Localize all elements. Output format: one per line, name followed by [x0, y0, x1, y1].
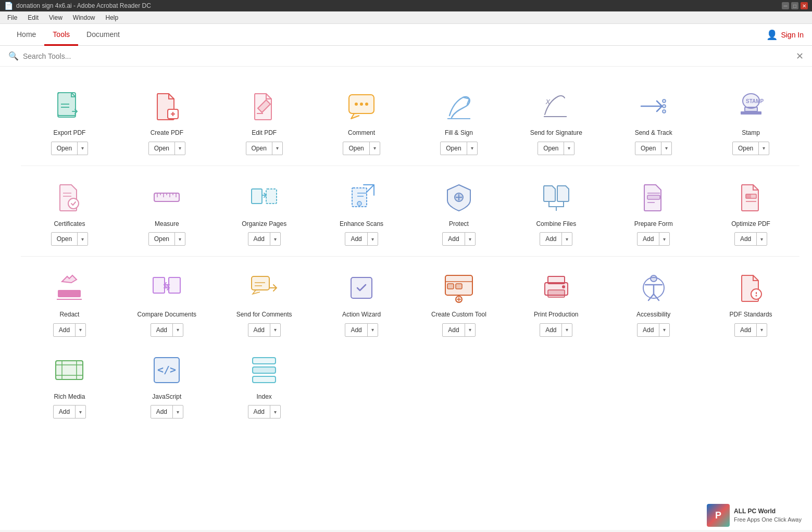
tool-btn-main-send-track[interactable]: Open — [635, 142, 661, 155]
tool-item-pdf-standards: PDF Standards Add ▾ — [702, 261, 799, 343]
tool-btn-arrow-send-signature[interactable]: ▾ — [564, 142, 574, 155]
menu-file[interactable]: File — [2, 11, 22, 24]
tool-btn-arrow-redact[interactable]: ▾ — [75, 324, 85, 336]
svg-point-14 — [663, 99, 666, 103]
tool-btn-group-send-comments: Add ▾ — [248, 323, 281, 337]
tool-name-rich-media: Rich Media — [54, 393, 85, 401]
svg-point-16 — [663, 110, 666, 113]
tool-btn-arrow-enhance-scans[interactable]: ▾ — [367, 233, 378, 245]
watermark: P ALL PC World Free Apps One Click Away — [707, 504, 802, 527]
svg-rect-32 — [252, 189, 262, 204]
tool-name-optimize-pdf: Optimize PDF — [731, 220, 770, 229]
tool-btn-arrow-index[interactable]: ▾ — [270, 406, 280, 418]
search-input[interactable] — [23, 52, 804, 60]
tab-tools[interactable]: Tools — [44, 24, 78, 46]
tool-btn-main-index[interactable]: Add — [248, 406, 270, 418]
tool-btn-main-organize-pages[interactable]: Add — [248, 233, 270, 245]
tool-btn-arrow-optimize-pdf[interactable]: ▾ — [756, 233, 767, 245]
tool-btn-arrow-fill-sign[interactable]: ▾ — [467, 142, 477, 155]
tool-btn-arrow-action-wizard[interactable]: ▾ — [367, 324, 378, 336]
tool-btn-main-compare-documents[interactable]: Add — [151, 324, 172, 336]
tool-btn-arrow-send-track[interactable]: ▾ — [661, 142, 671, 155]
tool-btn-arrow-rich-media[interactable]: ▾ — [75, 406, 85, 418]
menu-window[interactable]: Window — [68, 11, 101, 24]
tool-btn-arrow-certificates[interactable]: ▾ — [77, 233, 88, 245]
tool-btn-arrow-organize-pages[interactable]: ▾ — [270, 233, 280, 245]
tool-btn-arrow-export-pdf[interactable]: ▾ — [77, 142, 88, 155]
tool-btn-group-comment: Open ▾ — [343, 142, 380, 155]
tool-icon-redact — [51, 269, 88, 307]
tool-btn-main-certificates[interactable]: Open — [52, 233, 77, 245]
tool-item-javascript: </> JavaScript Add ▾ — [118, 343, 216, 425]
tool-btn-main-redact[interactable]: Add — [54, 324, 75, 336]
tool-btn-arrow-combine-files[interactable]: ▾ — [561, 233, 572, 245]
tool-btn-main-action-wizard[interactable]: Add — [345, 324, 367, 336]
tool-btn-main-enhance-scans[interactable]: Add — [345, 233, 367, 245]
tool-btn-arrow-create-custom-tool[interactable]: ▾ — [465, 324, 475, 336]
tool-btn-group-accessibility: Add ▾ — [637, 323, 670, 337]
menu-edit[interactable]: Edit — [22, 11, 44, 24]
tool-btn-main-stamp[interactable]: Open — [733, 142, 758, 155]
minimize-button[interactable]: ─ — [782, 2, 789, 9]
tool-btn-main-prepare-form[interactable]: Add — [638, 233, 659, 245]
sign-in-button[interactable]: 👤 Sign In — [766, 24, 804, 45]
tool-btn-main-comment[interactable]: Open — [343, 142, 369, 155]
tool-name-javascript: JavaScript — [152, 393, 181, 401]
svg-rect-77 — [253, 376, 276, 383]
tool-btn-main-accessibility[interactable]: Add — [638, 324, 659, 336]
tool-btn-main-rich-media[interactable]: Add — [54, 406, 75, 418]
tool-btn-group-javascript: Add ▾ — [151, 405, 183, 419]
tool-btn-main-fill-sign[interactable]: Open — [441, 142, 466, 155]
svg-point-63 — [651, 275, 657, 282]
tool-btn-main-optimize-pdf[interactable]: Add — [735, 233, 756, 245]
tool-icon-export-pdf — [51, 87, 88, 125]
maximize-button[interactable]: □ — [791, 2, 798, 9]
tool-btn-arrow-create-pdf[interactable]: ▾ — [174, 142, 185, 155]
tool-btn-arrow-edit-pdf[interactable]: ▾ — [272, 142, 282, 155]
svg-rect-61 — [548, 290, 565, 297]
close-button[interactable]: ✕ — [801, 2, 808, 9]
tool-btn-arrow-javascript[interactable]: ▾ — [172, 406, 183, 418]
tool-btn-arrow-print-production[interactable]: ▾ — [561, 324, 572, 336]
search-close-icon[interactable]: ✕ — [796, 50, 804, 62]
tool-item-combine-files: Combine Files Add ▾ — [507, 170, 605, 252]
tool-btn-main-measure[interactable]: Open — [149, 233, 174, 245]
tool-btn-arrow-compare-documents[interactable]: ▾ — [172, 324, 183, 336]
tool-btn-group-certificates: Open ▾ — [51, 232, 88, 246]
tool-name-compare-documents: Compare Documents — [138, 311, 196, 319]
tab-home[interactable]: Home — [8, 24, 44, 46]
tool-item-rich-media: Rich Media Add ▾ — [21, 343, 118, 425]
tool-btn-main-send-comments[interactable]: Add — [248, 324, 270, 336]
tool-name-stamp: Stamp — [742, 129, 760, 137]
tool-btn-arrow-stamp[interactable]: ▾ — [758, 142, 769, 155]
tool-btn-arrow-comment[interactable]: ▾ — [369, 142, 380, 155]
tool-btn-main-edit-pdf[interactable]: Open — [246, 142, 272, 155]
tool-btn-arrow-measure[interactable]: ▾ — [174, 233, 185, 245]
tool-icon-organize-pages — [245, 179, 283, 216]
svg-rect-50 — [252, 276, 269, 290]
tool-btn-arrow-prepare-form[interactable]: ▾ — [659, 233, 669, 245]
tool-btn-main-javascript[interactable]: Add — [151, 406, 172, 418]
tool-btn-main-create-pdf[interactable]: Open — [149, 142, 174, 155]
svg-text:</>: </> — [157, 363, 176, 376]
tool-name-print-production: Print Production — [534, 311, 578, 319]
svg-rect-44 — [746, 194, 751, 198]
tool-btn-main-print-production[interactable]: Add — [540, 324, 561, 336]
tool-btn-main-protect[interactable]: Add — [443, 233, 464, 245]
tool-btn-main-combine-files[interactable]: Add — [540, 233, 561, 245]
tool-btn-arrow-protect[interactable]: ▾ — [465, 233, 475, 245]
tool-btn-main-export-pdf[interactable]: Open — [52, 142, 77, 155]
tool-btn-arrow-accessibility[interactable]: ▾ — [659, 324, 669, 336]
tool-btn-arrow-pdf-standards[interactable]: ▾ — [756, 324, 767, 336]
tool-btn-main-send-signature[interactable]: Open — [538, 142, 564, 155]
tool-btn-main-pdf-standards[interactable]: Add — [735, 324, 756, 336]
tool-name-redact: Redact — [59, 311, 79, 319]
tool-name-accessibility: Accessibility — [636, 311, 670, 319]
tool-icon-accessibility — [635, 269, 672, 307]
tool-item-compare-documents: Compare Documents Add ▾ — [118, 261, 216, 343]
tool-btn-main-create-custom-tool[interactable]: Add — [443, 324, 464, 336]
tool-btn-arrow-send-comments[interactable]: ▾ — [270, 324, 280, 336]
menu-help[interactable]: Help — [101, 11, 124, 24]
tab-document[interactable]: Document — [78, 24, 128, 46]
menu-view[interactable]: View — [44, 11, 68, 24]
